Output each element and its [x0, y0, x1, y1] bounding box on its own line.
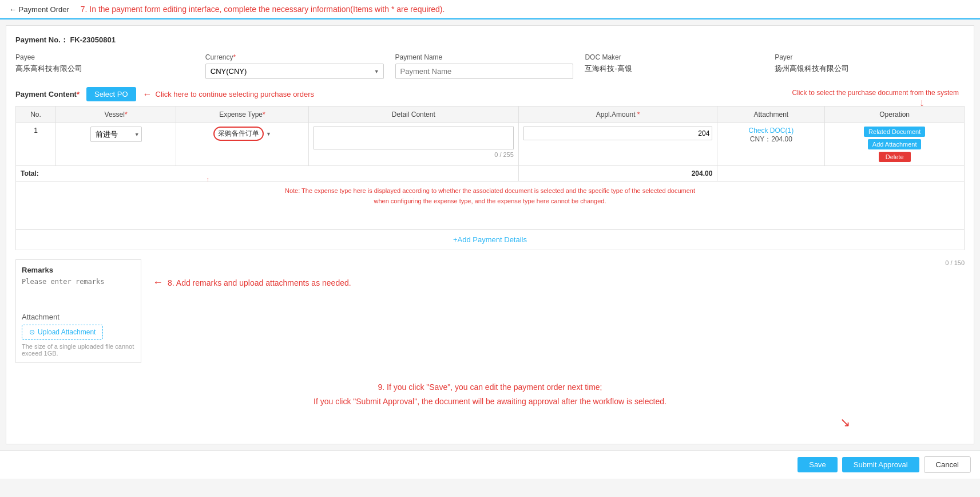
expense-type-value: 采购备件订单 [213, 127, 264, 141]
cell-detail-content: 0 / 255 [308, 123, 518, 166]
payment-name-label: Payment Name [395, 53, 574, 61]
payee-label: Payee [15, 53, 194, 61]
doc-maker-field: DOC Maker 互海科技-高银 [585, 53, 775, 79]
col-vessel: Vessel* [56, 107, 176, 123]
cell-operation: Related Document Add Attachment Delete [825, 123, 965, 166]
related-document-button[interactable]: Related Document [864, 127, 925, 137]
submit-approval-button[interactable]: Submit Approval [842, 457, 919, 472]
payer-value: 扬州高银科技有限公司 [775, 64, 953, 74]
cell-appl-amount [518, 123, 717, 166]
currency-label: Currency* [205, 53, 384, 61]
add-payment-row: +Add Payment Details [15, 230, 965, 250]
payee-field: Payee 高乐高科技有限公司 [15, 53, 205, 79]
total-label: Total: [16, 166, 519, 182]
expense-type-arrow: ▼ [266, 131, 271, 137]
table-header-row: No. Vessel* Expense Type* Detail Content… [16, 107, 965, 123]
arrow-left-icon: ← [143, 89, 152, 100]
remarks-title: Remarks [22, 266, 135, 274]
remarks-box: Remarks Attachment ⊙ Upload Attachment T… [15, 259, 141, 363]
total-row: Total: 204.00 [16, 166, 965, 182]
total-amount: 204.00 [518, 166, 717, 182]
bottom-arrow-area: ↘ [15, 415, 965, 430]
doc-maker-label: DOC Maker [585, 53, 763, 61]
payment-name-field: Payment Name [395, 53, 585, 79]
appl-amount-input[interactable] [523, 127, 713, 140]
cell-no: 1 [16, 123, 56, 166]
select-po-button[interactable]: Select PO [86, 87, 136, 101]
payment-no-label: Payment No.： [15, 36, 68, 44]
arrow-note: ← Click here to continue selecting purch… [143, 89, 314, 100]
add-payment-link[interactable]: +Add Payment Details [453, 235, 527, 244]
upload-attachment-button[interactable]: ⊙ Upload Attachment [22, 325, 103, 340]
back-link[interactable]: ← Payment Order [9, 5, 69, 14]
top-bar: ← Payment Order 7. In the payment form e… [0, 0, 980, 19]
related-doc-note: Click to select the purchase document fr… [792, 89, 959, 97]
payee-value: 高乐高科技有限公司 [15, 64, 194, 74]
remarks-area: Remarks Attachment ⊙ Upload Attachment T… [15, 259, 965, 363]
instruction9-line2: If you click "Submit Approval", the docu… [15, 395, 965, 409]
check-doc-link[interactable]: Check DOC(1) [722, 127, 820, 135]
attachment-amount: CNY：204.00 [722, 135, 820, 144]
form-row: Payee 高乐高科技有限公司 Currency* CNY(CNY) Payme… [15, 53, 965, 79]
cell-expense-type: 采购备件订单 ▼ ↑ [176, 123, 309, 166]
attachment-label: Attachment [22, 313, 135, 321]
table-row: 1 前进号 采购备件订单 ▼ [16, 123, 965, 166]
vessel-select-wrapper[interactable]: 前进号 [90, 127, 142, 142]
main-content: Payment No.： FK-23050801 Payee 高乐高科技有限公司… [6, 25, 974, 444]
cell-vessel: 前进号 [56, 123, 176, 166]
vessel-select[interactable]: 前进号 [90, 127, 142, 142]
upload-label: Upload Attachment [38, 328, 96, 336]
payment-no-row: Payment No.： FK-23050801 [15, 35, 965, 45]
currency-select[interactable]: CNY(CNY) [205, 64, 384, 79]
table-wrapper: No. Vessel* Expense Type* Detail Content… [15, 106, 965, 182]
instruction8-text: 8. Add remarks and upload attachments as… [168, 278, 351, 287]
payment-no-value: FK-23050801 [70, 36, 116, 44]
instruction9-area: 9. If you click "Save", you can edit the… [15, 380, 965, 409]
col-attachment: Attachment [717, 107, 825, 123]
col-operation: Operation [825, 107, 965, 123]
payer-label: Payer [775, 53, 953, 61]
operation-buttons: Related Document Add Attachment Delete [830, 127, 959, 162]
col-appl-amount: Appl.Amount * [518, 107, 717, 123]
save-button[interactable]: Save [798, 457, 838, 472]
currency-select-wrapper[interactable]: CNY(CNY) [205, 64, 384, 79]
back-label: ← Payment Order [9, 5, 69, 14]
arrow-left-icon-8: ← [153, 277, 163, 289]
expense-note: Note: The expense type here is displayed… [15, 182, 965, 230]
expense-type-wrapper: 采购备件订单 ▼ [213, 127, 271, 141]
col-no: No. [16, 107, 56, 123]
upload-icon: ⊙ [29, 328, 35, 336]
instruction-text: 7. In the payment form editing interface… [81, 5, 445, 14]
payment-table: No. Vessel* Expense Type* Detail Content… [15, 106, 965, 182]
col-expense-type: Expense Type* [176, 107, 309, 123]
instruction9-line1: 9. If you click "Save", you can edit the… [15, 380, 965, 395]
table-area: Click to select the purchase document fr… [15, 106, 965, 250]
instruction8-area: ← 8. Add remarks and upload attachments … [153, 277, 351, 289]
delete-button[interactable]: Delete [879, 152, 911, 162]
expense-arrow-down: ↑ [176, 176, 239, 183]
payment-name-input[interactable] [395, 64, 574, 79]
payment-content-label: Payment Content* [15, 90, 80, 98]
payer-field: Payer 扬州高银科技有限公司 [775, 53, 965, 79]
diagonal-arrow-icon: ↘ [840, 415, 850, 430]
bottom-actions: Save Submit Approval Cancel [0, 450, 980, 479]
col-detail-content: Detail Content [308, 107, 518, 123]
attachment-section: Attachment ⊙ Upload Attachment The size … [22, 313, 135, 357]
cell-attachment: Check DOC(1) CNY：204.00 [717, 123, 825, 166]
file-size-note: The size of a single uploaded file canno… [22, 343, 135, 357]
remarks-textarea[interactable] [22, 278, 135, 306]
currency-field: Currency* CNY(CNY) [205, 53, 395, 79]
cancel-button[interactable]: Cancel [924, 456, 971, 473]
char-count-detail: 0 / 255 [314, 151, 514, 158]
doc-maker-value: 互海科技-高银 [585, 64, 763, 74]
add-attachment-button[interactable]: Add Attachment [868, 139, 922, 149]
remarks-char-count: 0 / 150 [945, 259, 965, 266]
detail-content-input[interactable] [314, 127, 514, 149]
